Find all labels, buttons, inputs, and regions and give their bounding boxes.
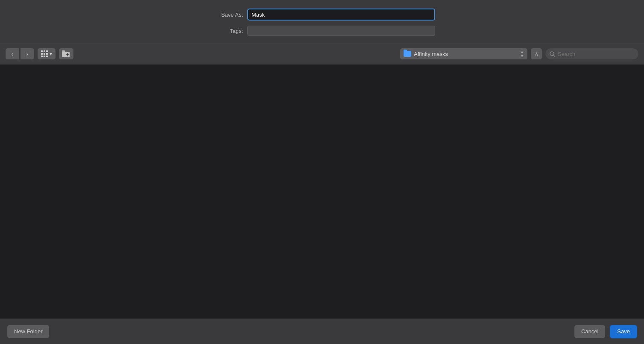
save-as-row: Save As: <box>209 9 435 21</box>
tags-input[interactable] <box>247 26 435 36</box>
location-dropdown[interactable]: Affinity masks ▲ ▼ <box>400 48 528 60</box>
expand-icon: ∧ <box>535 51 539 57</box>
save-button[interactable]: Save <box>610 325 637 338</box>
view-toggle-button[interactable]: ▾ <box>37 48 56 60</box>
view-chevron-icon: ▾ <box>50 51 52 57</box>
cancel-button[interactable]: Cancel <box>574 325 606 338</box>
new-folder-toolbar-button[interactable] <box>59 48 74 60</box>
form-area: Save As: Tags: <box>0 0 644 43</box>
svg-line-6 <box>553 55 555 57</box>
forward-button[interactable]: › <box>20 48 35 60</box>
grid-view-icon <box>41 50 48 57</box>
search-icon <box>550 51 555 57</box>
location-name: Affinity masks <box>414 51 448 57</box>
expand-button[interactable]: ∧ <box>530 48 542 60</box>
location-dropdown-inner: Affinity masks <box>404 51 448 57</box>
updown-chevron-icon: ▲ ▼ <box>520 50 524 58</box>
new-folder-icon <box>62 50 70 57</box>
nav-button-group: ‹ › <box>5 48 35 60</box>
tags-label: Tags: <box>209 28 243 34</box>
new-folder-button[interactable]: New Folder <box>7 325 50 338</box>
file-browser <box>0 65 644 318</box>
forward-icon: › <box>26 51 28 57</box>
save-as-input[interactable] <box>247 9 435 21</box>
save-dialog: Save As: Tags: ‹ › ▾ <box>0 0 644 344</box>
svg-rect-2 <box>62 50 65 52</box>
folder-icon <box>404 51 411 57</box>
search-box <box>545 48 639 60</box>
bottom-bar: New Folder Cancel Save <box>0 318 644 344</box>
search-input[interactable] <box>558 51 634 57</box>
tags-row: Tags: <box>209 26 435 36</box>
toolbar: ‹ › ▾ <box>0 43 644 65</box>
save-as-label: Save As: <box>209 12 243 18</box>
back-button[interactable]: ‹ <box>5 48 20 60</box>
back-icon: ‹ <box>12 51 13 57</box>
bottom-right-buttons: Cancel Save <box>574 325 637 338</box>
